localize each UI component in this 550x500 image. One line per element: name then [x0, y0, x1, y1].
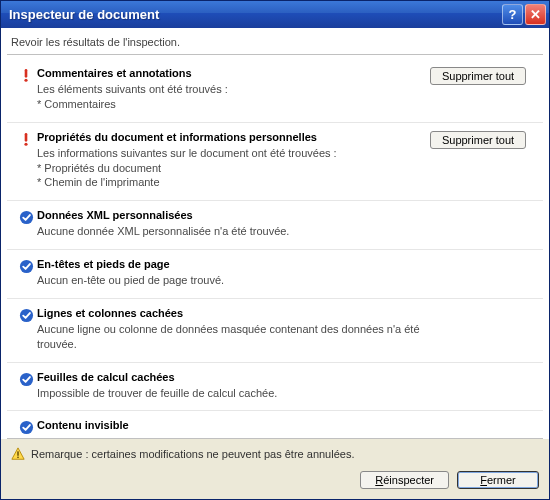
close-label-rest: ermer	[487, 474, 516, 486]
result-description: Les éléments suivants ont été trouvés : …	[37, 82, 430, 112]
result-title: En-têtes et pieds de page	[37, 258, 430, 270]
result-item: Feuilles de calcul cachéesImpossible de …	[7, 363, 543, 412]
titlebar-button-group: ? ✕	[502, 4, 546, 25]
alert-icon	[19, 68, 33, 82]
results-list[interactable]: Commentaires et annotationsLes éléments …	[7, 54, 543, 439]
result-description: Les informations suivantes sur le docume…	[37, 146, 430, 191]
footer-button-row: Réinspecter Fermer	[11, 471, 539, 489]
result-description: Impossible de trouver de feuille de calc…	[37, 386, 430, 401]
status-icon-col	[15, 131, 37, 191]
remove-all-button[interactable]: Supprimer tout	[430, 131, 526, 149]
svg-point-1	[24, 79, 27, 82]
help-button[interactable]: ?	[502, 4, 523, 25]
dialog-window: Inspecteur de document ? ✕ Revoir les ré…	[0, 0, 550, 500]
result-title: Commentaires et annotations	[37, 67, 430, 79]
result-item: Lignes et colonnes cachéesAucune ligne o…	[7, 299, 543, 363]
instruction-text: Revoir les résultats de l'inspection.	[1, 28, 549, 54]
check-icon	[19, 420, 34, 435]
status-icon-col	[15, 307, 37, 352]
footer: Remarque : certaines modifications ne pe…	[1, 439, 549, 499]
check-icon	[19, 259, 34, 274]
result-description: Aucune donnée XML personnalisée n'a été …	[37, 224, 430, 239]
result-title: Propriétés du document et informations p…	[37, 131, 430, 143]
check-icon	[19, 308, 34, 323]
help-icon: ?	[509, 7, 517, 22]
result-title: Données XML personnalisées	[37, 209, 430, 221]
status-icon-col	[15, 258, 37, 288]
titlebar: Inspecteur de document ? ✕	[1, 1, 549, 28]
close-icon: ✕	[530, 7, 541, 22]
action-col: Supprimer tout	[430, 67, 535, 112]
status-icon-col	[15, 67, 37, 112]
result-item: Propriétés du document et informations p…	[7, 123, 543, 202]
result-body: En-têtes et pieds de pageAucun en-tête o…	[37, 258, 430, 288]
result-body: Commentaires et annotationsLes éléments …	[37, 67, 430, 112]
status-icon-col	[15, 371, 37, 401]
status-icon-col	[15, 209, 37, 239]
action-col	[430, 258, 535, 288]
result-item: Contenu invisible	[7, 411, 543, 439]
result-item: Commentaires et annotationsLes éléments …	[7, 59, 543, 123]
result-title: Contenu invisible	[37, 419, 430, 431]
alert-icon	[19, 132, 33, 146]
svg-rect-0	[25, 69, 28, 78]
reinspect-label-rest: éinspecter	[383, 474, 434, 486]
svg-rect-2	[25, 133, 28, 142]
result-title: Feuilles de calcul cachées	[37, 371, 430, 383]
svg-rect-10	[17, 451, 18, 455]
result-item: En-têtes et pieds de pageAucun en-tête o…	[7, 250, 543, 299]
action-col	[430, 307, 535, 352]
status-icon-col	[15, 419, 37, 435]
result-item: Données XML personnaliséesAucune donnée …	[7, 201, 543, 250]
remove-all-button[interactable]: Supprimer tout	[430, 67, 526, 85]
result-body: Contenu invisible	[37, 419, 430, 435]
reinspect-button[interactable]: Réinspecter	[360, 471, 449, 489]
dialog-title: Inspecteur de document	[9, 7, 502, 22]
action-col	[430, 419, 535, 435]
result-title: Lignes et colonnes cachées	[37, 307, 430, 319]
check-icon	[19, 210, 34, 225]
action-col	[430, 371, 535, 401]
warning-icon	[11, 447, 25, 461]
note-text: Remarque : certaines modifications ne pe…	[31, 448, 354, 460]
result-body: Feuilles de calcul cachéesImpossible de …	[37, 371, 430, 401]
close-window-button[interactable]: ✕	[525, 4, 546, 25]
svg-point-3	[24, 142, 27, 145]
note-row: Remarque : certaines modifications ne pe…	[11, 447, 539, 461]
result-body: Lignes et colonnes cachéesAucune ligne o…	[37, 307, 430, 352]
result-description: Aucune ligne ou colonne de données masqu…	[37, 322, 430, 352]
result-body: Données XML personnaliséesAucune donnée …	[37, 209, 430, 239]
check-icon	[19, 372, 34, 387]
close-button[interactable]: Fermer	[457, 471, 539, 489]
action-col	[430, 209, 535, 239]
svg-rect-11	[17, 457, 18, 458]
action-col: Supprimer tout	[430, 131, 535, 191]
result-description: Aucun en-tête ou pied de page trouvé.	[37, 273, 430, 288]
result-body: Propriétés du document et informations p…	[37, 131, 430, 191]
